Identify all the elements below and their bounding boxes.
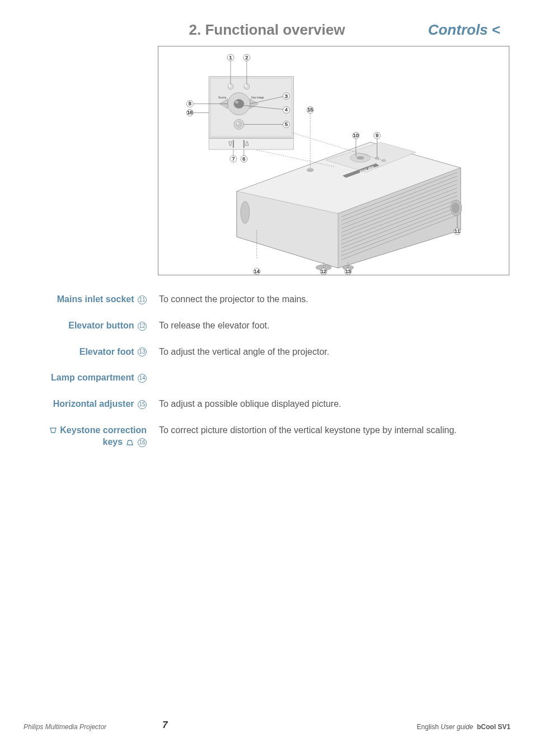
- page-number: 7: [162, 720, 167, 731]
- keystone-down-icon: [50, 425, 57, 436]
- list-item: Keystone correction keys 16 To correct p…: [22, 425, 512, 448]
- svg-point-73: [241, 201, 250, 224]
- svg-marker-100: [127, 440, 133, 445]
- svg-text:5: 5: [285, 121, 288, 127]
- list-item: Lamp compartment 14: [22, 372, 512, 384]
- svg-text:16: 16: [187, 110, 193, 115]
- section-name: Controls: [428, 21, 488, 38]
- item-desc: To adjust the vertical angle of the proj…: [151, 346, 512, 358]
- projector-diagram: Source Auto Image 1 2: [158, 46, 509, 275]
- item-desc: To adjust a possible oblique displayed p…: [151, 398, 512, 410]
- item-label: Elevator button 12: [22, 320, 151, 332]
- callout-ref-icon: 11: [138, 295, 147, 304]
- svg-text:9: 9: [376, 133, 378, 138]
- svg-point-13: [237, 123, 238, 124]
- page-footer: Philips Multimedia Projector 7 English U…: [24, 723, 510, 731]
- svg-point-5: [245, 84, 247, 87]
- svg-rect-15: [233, 140, 234, 148]
- footer-right-text: English User guide bCool SV1: [417, 723, 510, 731]
- svg-text:8: 8: [189, 101, 191, 106]
- svg-point-4: [244, 84, 250, 90]
- autoimage-label: Auto Image: [251, 96, 264, 99]
- keystone-bar: [209, 138, 293, 149]
- svg-text:12: 12: [321, 269, 326, 274]
- svg-text:6: 6: [242, 156, 245, 162]
- list-item: Horizontal adjuster 15 To adjust a possi…: [22, 398, 512, 410]
- item-desc: To correct picture distortion of the ver…: [151, 425, 512, 436]
- svg-point-66: [357, 156, 364, 159]
- item-label: Keystone correction keys 16: [22, 425, 151, 448]
- callout-ref-icon: 15: [138, 400, 147, 409]
- item-label: Mains inlet socket 11: [22, 294, 151, 306]
- svg-text:4: 4: [285, 107, 288, 112]
- svg-point-68: [382, 159, 386, 162]
- svg-text:7: 7: [232, 156, 235, 162]
- controls-list: Mains inlet socket 11 To connect the pro…: [22, 294, 512, 463]
- svg-point-2: [228, 84, 233, 90]
- svg-rect-16: [243, 140, 245, 148]
- svg-marker-99: [50, 428, 56, 433]
- callout-ref-icon: 12: [138, 322, 147, 331]
- callout-ref-icon: 13: [138, 348, 147, 356]
- svg-point-3: [228, 84, 231, 87]
- svg-text:14: 14: [254, 269, 260, 274]
- item-label: Lamp compartment 14: [22, 372, 151, 384]
- control-panel: Source Auto Image: [209, 77, 293, 138]
- item-label: Elevator foot 13: [22, 346, 151, 358]
- keystone-up-icon: [127, 437, 133, 449]
- section-subtitle: Controls <: [428, 21, 500, 39]
- list-item: Elevator button 12 To release the elevat…: [22, 320, 512, 332]
- item-desc: To connect the projector to the mains.: [151, 294, 512, 306]
- svg-point-7: [234, 100, 244, 109]
- list-item: Elevator foot 13 To adjust the vertical …: [22, 346, 512, 358]
- svg-text:2: 2: [245, 55, 248, 60]
- svg-rect-14: [209, 138, 293, 149]
- projector-body: PHILIPS: [237, 142, 462, 270]
- chevron-left-icon: <: [492, 21, 500, 38]
- callout-ref-icon: 14: [138, 374, 147, 383]
- svg-text:1: 1: [229, 55, 232, 60]
- svg-text:15: 15: [307, 107, 313, 112]
- svg-text:3: 3: [285, 93, 288, 99]
- item-desc: To release the elevator foot.: [151, 320, 512, 332]
- footer-left-text: Philips Multimedia Projector: [24, 723, 106, 731]
- svg-line-78: [257, 150, 335, 167]
- svg-point-72: [452, 203, 459, 213]
- svg-text:13: 13: [345, 269, 351, 274]
- list-item: Mains inlet socket 11 To connect the pro…: [22, 294, 512, 306]
- svg-text:11: 11: [455, 228, 460, 234]
- svg-point-8: [235, 101, 238, 104]
- source-label: Source: [218, 96, 227, 99]
- item-label: Horizontal adjuster 15: [22, 398, 151, 410]
- svg-text:10: 10: [353, 133, 359, 138]
- callout-ref-icon: 16: [138, 438, 147, 447]
- svg-point-12: [236, 121, 242, 127]
